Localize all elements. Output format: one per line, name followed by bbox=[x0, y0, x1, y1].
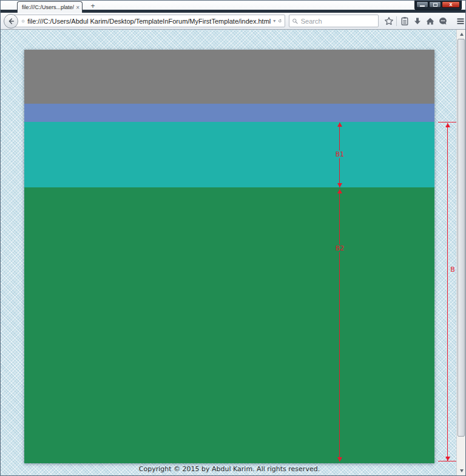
b-total-tick-bottom bbox=[438, 461, 457, 461]
bookmarks-clipboard-icon bbox=[400, 16, 410, 26]
b-total-tick-top bbox=[438, 122, 457, 122]
tab-title: file:///C:/Users...plate/index.html bbox=[22, 2, 74, 13]
vertical-scrollbar[interactable] bbox=[456, 30, 465, 475]
b2-dimension-line bbox=[339, 189, 340, 461]
search-input[interactable] bbox=[301, 18, 376, 25]
home-button[interactable] bbox=[424, 15, 436, 28]
hamburger-menu-icon bbox=[456, 16, 465, 26]
downloads-button[interactable] bbox=[411, 15, 424, 28]
scrollbar-thumb[interactable] bbox=[458, 39, 465, 437]
b-total-arrowhead-top bbox=[445, 123, 450, 127]
toolbar-icons bbox=[382, 15, 466, 28]
url-bar[interactable]: file:///C:/Users/Abdul Karim/Desktop/Tem… bbox=[11, 15, 285, 27]
page-section-b2-block bbox=[24, 187, 434, 463]
close-button[interactable]: x bbox=[442, 1, 460, 8]
download-arrow-icon bbox=[413, 16, 422, 26]
star-icon bbox=[384, 16, 394, 26]
back-button[interactable] bbox=[4, 14, 18, 28]
titlebar: file:///C:/Users...plate/index.html × + … bbox=[1, 1, 465, 13]
minimize-icon bbox=[420, 5, 425, 7]
b1-arrowhead-top bbox=[337, 122, 342, 127]
bookmark-star-button[interactable] bbox=[382, 15, 395, 28]
page-nav-block bbox=[24, 104, 434, 122]
chat-bubble-icon bbox=[438, 16, 448, 26]
page-header-block bbox=[24, 50, 434, 104]
scroll-down-icon bbox=[460, 469, 464, 472]
search-box[interactable] bbox=[289, 15, 379, 27]
globe-icon bbox=[21, 18, 25, 25]
page-section-b1-block bbox=[24, 122, 434, 187]
back-arrow-icon bbox=[7, 17, 15, 25]
b1-label: B1 bbox=[333, 150, 347, 158]
url-input[interactable]: file:///C:/Users/Abdul Karim/Desktop/Tem… bbox=[27, 18, 271, 25]
scroll-down-button[interactable] bbox=[457, 466, 465, 475]
search-icon bbox=[292, 18, 299, 25]
toolbar-separator bbox=[396, 16, 397, 26]
scroll-up-icon bbox=[460, 33, 464, 36]
b-total-dimension-line bbox=[447, 123, 448, 461]
restore-button[interactable] bbox=[429, 1, 441, 8]
home-icon bbox=[425, 16, 435, 26]
b2-arrowhead-top bbox=[337, 189, 342, 193]
bookmarks-menu-button[interactable] bbox=[398, 15, 411, 28]
b2-arrowhead-bottom bbox=[337, 457, 342, 461]
reload-icon[interactable] bbox=[278, 17, 282, 25]
navigation-toolbar: file:///C:/Users/Abdul Karim/Desktop/Tem… bbox=[1, 13, 465, 30]
restore-icon bbox=[433, 3, 437, 7]
close-icon: x bbox=[449, 2, 452, 7]
copyright-text: Copyright © 2015 by Abdul Karim. All rig… bbox=[24, 465, 434, 473]
minimize-button[interactable] bbox=[416, 1, 428, 8]
hello-button[interactable] bbox=[436, 15, 449, 28]
menu-button[interactable] bbox=[454, 15, 466, 28]
page-viewport: Copyright © 2015 by Abdul Karim. All rig… bbox=[1, 30, 465, 475]
browser-tab[interactable]: file:///C:/Users...plate/index.html × bbox=[17, 1, 83, 13]
window-controls: x bbox=[414, 1, 462, 10]
tab-close-icon[interactable]: × bbox=[76, 2, 79, 13]
browser-window: file:///C:/Users...plate/index.html × + … bbox=[0, 0, 466, 476]
b2-label: B2 bbox=[333, 244, 347, 252]
new-tab-button[interactable]: + bbox=[86, 2, 100, 10]
page-content-card bbox=[24, 50, 434, 463]
scroll-up-button[interactable] bbox=[457, 30, 465, 39]
b-total-arrowhead-bottom bbox=[445, 457, 450, 461]
url-dropdown-icon[interactable]: ▾ bbox=[271, 18, 278, 24]
b1-arrowhead-bottom bbox=[337, 183, 342, 187]
